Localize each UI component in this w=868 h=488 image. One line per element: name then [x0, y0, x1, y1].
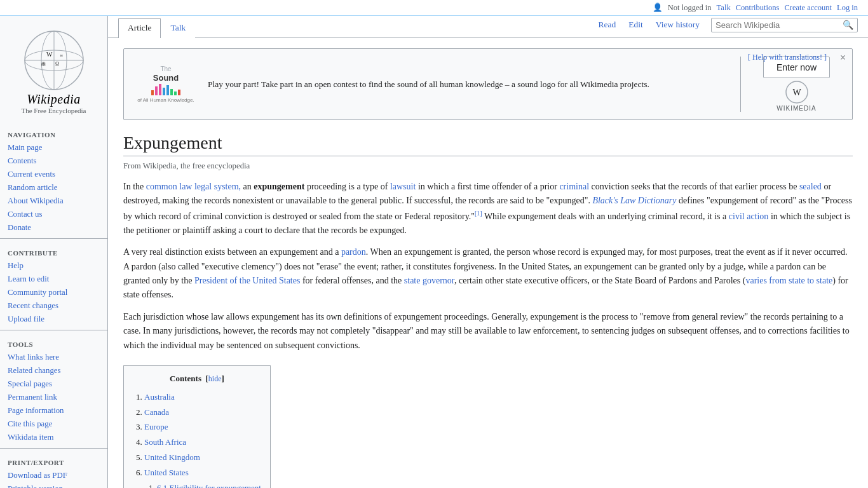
sidebar-item-related-changes[interactable]: Related changes [0, 364, 107, 377]
content-area: Article Talk Read Edit View history 🔍 Th… [108, 16, 868, 488]
svg-text:W: W [46, 51, 53, 58]
svg-text:維: 維 [41, 62, 46, 67]
sidebar-item-community[interactable]: Community portal [0, 286, 107, 299]
sidebar-item-print[interactable]: Printable version [0, 482, 107, 488]
banner-enter-section: Enter now W WIKIMEDIA [740, 57, 842, 112]
sidebar-divider-1 [0, 238, 107, 239]
sidebar-item-recent-changes[interactable]: Recent changes [0, 299, 107, 313]
user-icon: 👤 [653, 3, 663, 13]
svg-text:W: W [792, 88, 801, 97]
banner-close-button[interactable]: × [840, 53, 846, 63]
log-in-link[interactable]: Log in [837, 3, 858, 13]
pardon-link[interactable]: pardon [341, 247, 366, 257]
contents-list: Australia Canada Europe South Africa Uni… [133, 391, 261, 488]
article-tabs: Article Talk Read Edit View history 🔍 [108, 16, 868, 38]
contents-link-5[interactable]: United Kingdom [144, 452, 200, 462]
article-title: Expungement [123, 133, 853, 156]
create-account-link[interactable]: Create account [784, 3, 832, 13]
president-link[interactable]: President of the United States [194, 276, 300, 285]
sidebar-item-random-article[interactable]: Random article [0, 181, 107, 194]
sidebar-item-help[interactable]: Help [0, 259, 107, 273]
banner-text: Play your part! Take part in an open con… [208, 79, 730, 90]
wikimedia-label: WIKIMEDIA [776, 105, 816, 112]
svg-text:Ω: Ω [55, 61, 59, 67]
contents-item-4: South Africa [144, 436, 261, 449]
state-governor-link[interactable]: state governor [404, 276, 454, 285]
article-paragraph-2: A very real distinction exists between a… [123, 245, 853, 302]
search-box: 🔍 [711, 18, 858, 32]
sidebar-divider-3 [0, 448, 107, 449]
contents-item-5: United Kingdom [144, 451, 261, 464]
banner-help-link[interactable]: [ Help with translations! ] [748, 53, 827, 62]
article-subtitle: From Wikipedia, the free encyclopedia [123, 161, 853, 171]
contents-link-6[interactable]: United States [144, 468, 189, 477]
wikipedia-logo: W Ω 維 и [22, 29, 86, 92]
contents-header: Contents [hide] [133, 372, 261, 386]
main-content: The Sound of All Human Knowledge. [108, 38, 868, 488]
civil-action-link[interactable]: civil action [729, 211, 769, 220]
wiki-subtitle: The Free Encyclopedia [21, 107, 86, 114]
banner: The Sound of All Human Knowledge. [123, 48, 853, 120]
contents-item-1: Australia [144, 391, 261, 404]
wikimedia-logo: W WIKIMEDIA [776, 81, 816, 112]
contribute-header: Contribute [0, 243, 107, 259]
layout: W Ω 維 и Wikipedia The Free Encyclopedia … [0, 16, 868, 488]
contents-item-2: Canada [144, 406, 261, 419]
contents-link-4[interactable]: South Africa [144, 437, 186, 447]
sidebar-item-learn-edit[interactable]: Learn to edit [0, 273, 107, 286]
navigation-header: Navigation [0, 125, 107, 141]
common-law-link[interactable]: common law legal system, [146, 182, 241, 191]
contributions-link[interactable]: Contributions [736, 3, 780, 13]
sidebar-item-pdf[interactable]: Download as PDF [0, 469, 107, 482]
sidebar-item-contact[interactable]: Contact us [0, 208, 107, 221]
sidebar-item-what-links[interactable]: What links here [0, 351, 107, 364]
tab-read[interactable]: Read [592, 16, 622, 34]
criminal-link[interactable]: criminal [559, 182, 589, 191]
sidebar-item-upload[interactable]: Upload file [0, 313, 107, 326]
tab-view-history[interactable]: View history [649, 16, 706, 34]
search-icon[interactable]: 🔍 [843, 20, 853, 30]
cite-1[interactable]: [1] [475, 210, 482, 217]
contents-sublist-6: 6.1 Eligibility for expungement [144, 482, 261, 488]
sidebar-item-cite[interactable]: Cite this page [0, 417, 107, 431]
contents-subitem-6-1: 6.1 Eligibility for expungement [157, 482, 261, 488]
sidebar-item-main-page[interactable]: Main page [0, 141, 107, 154]
sidebar-item-wikidata[interactable]: Wikidata item [0, 431, 107, 444]
contents-box: Contents [hide] Australia Canada Europe … [123, 365, 271, 488]
logo-area: W Ω 維 и Wikipedia The Free Encyclopedia [0, 21, 107, 125]
sidebar-item-about[interactable]: About Wikipedia [0, 194, 107, 208]
search-input[interactable] [715, 20, 843, 30]
varies-link[interactable]: varies from state to state [745, 276, 832, 285]
sidebar-item-current-events[interactable]: Current events [0, 168, 107, 181]
sidebar-item-contents[interactable]: Contents [0, 154, 107, 168]
wiki-title: Wikipedia [27, 92, 80, 107]
contents-link-1[interactable]: Australia [144, 392, 175, 402]
print-header: Print/export [0, 452, 107, 469]
contents-link-2[interactable]: Canada [144, 407, 169, 417]
tab-edit[interactable]: Edit [622, 16, 649, 34]
tab-actions: Read Edit View history 🔍 [592, 16, 858, 37]
tab-talk[interactable]: Talk [161, 18, 195, 38]
top-bar: 👤 Not logged in Talk Contributions Creat… [0, 0, 868, 16]
sealed-link[interactable]: sealed [799, 182, 822, 191]
sidebar-item-donate[interactable]: Donate [0, 221, 107, 234]
contents-item-3: Europe [144, 421, 261, 434]
contents-sublink-6-1[interactable]: 6.1 Eligibility for expungement [157, 483, 261, 488]
sidebar-item-permanent[interactable]: Permanent link [0, 391, 107, 404]
article-paragraph-1: In the common law legal system, an expun… [123, 180, 853, 238]
sidebar-divider-2 [0, 330, 107, 330]
talk-link[interactable]: Talk [717, 3, 731, 13]
contents-item-6: United States 6.1 Eligibility for expung… [144, 466, 261, 488]
blacks-law-link[interactable]: Black's Law Dictionary [592, 196, 676, 205]
tools-header: Tools [0, 334, 107, 351]
article-body: In the common law legal system, an expun… [123, 180, 853, 353]
sidebar-item-special[interactable]: Special pages [0, 377, 107, 391]
lawsuit-link[interactable]: lawsuit [390, 182, 416, 191]
sidebar-item-page-info[interactable]: Page information [0, 404, 107, 417]
not-logged-in: Not logged in [668, 3, 712, 13]
svg-text:и: и [60, 53, 63, 58]
tab-article[interactable]: Article [118, 18, 161, 38]
contents-link-3[interactable]: Europe [144, 422, 168, 431]
wikimedia-logo-icon: W [785, 81, 808, 104]
contents-hide-link[interactable]: hide [208, 374, 222, 383]
